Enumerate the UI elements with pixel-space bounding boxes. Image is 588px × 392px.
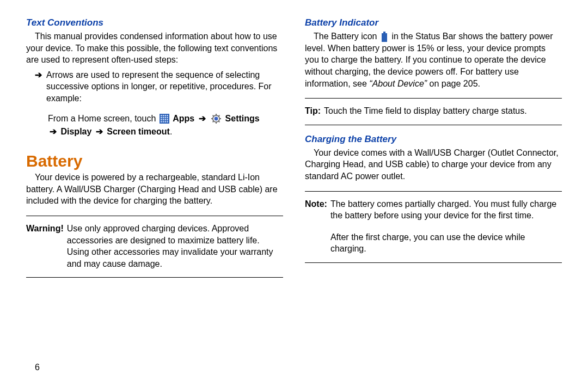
svg-rect-13 xyxy=(161,121,162,122)
arrow-3: ➔ xyxy=(96,127,103,136)
svg-rect-16 xyxy=(167,121,168,122)
screen-timeout-label: Screen timeout xyxy=(107,127,170,136)
svg-rect-2 xyxy=(163,115,164,116)
left-column: Text Conventions This manual provides co… xyxy=(26,17,283,381)
apps-label: Apps xyxy=(173,114,194,123)
heading-battery-indicator: Battery Indicator xyxy=(305,17,562,28)
bullet-arrows: ➔ Arrows are used to represent the seque… xyxy=(35,69,283,105)
note-block: Note: The battery comes partially charge… xyxy=(305,198,562,222)
about-device-link: “About Device” xyxy=(369,79,427,88)
heading-text-conventions: Text Conventions xyxy=(26,17,283,28)
settings-label: Settings xyxy=(225,114,260,123)
svg-rect-5 xyxy=(161,117,162,118)
tip-block: Tip: Touch the Time field to display bat… xyxy=(305,105,562,117)
divider-1 xyxy=(26,216,283,216)
on-page: on page 205. xyxy=(430,79,480,88)
svg-rect-14 xyxy=(163,121,164,122)
divider-5 xyxy=(305,191,562,192)
text-conventions-para: This manual provides condensed informati… xyxy=(26,30,283,66)
heading-charging: Charging the Battery xyxy=(305,134,562,145)
divider-4 xyxy=(305,125,562,125)
heading-battery: Battery xyxy=(26,152,283,170)
svg-rect-23 xyxy=(383,32,385,33)
divider-2 xyxy=(26,277,283,278)
tip-text: Touch the Time field to display battery … xyxy=(324,105,562,117)
warning-text: Use only approved charging devices. Appr… xyxy=(67,223,283,270)
battery-icon xyxy=(381,32,388,42)
note-label: Note: xyxy=(305,198,327,222)
page-number: 6 xyxy=(35,363,40,372)
svg-rect-4 xyxy=(167,115,168,116)
after-charge-text: After the first charge, you can use the … xyxy=(330,231,562,255)
warning-block: Warning! Use only approved charging devi… xyxy=(26,223,283,270)
note-text: The battery comes partially charged. You… xyxy=(330,198,562,222)
bullet-text: Arrows are used to represent the sequenc… xyxy=(46,69,283,105)
svg-rect-12 xyxy=(167,119,168,120)
settings-gear-icon xyxy=(211,113,222,124)
after-charge-block: Note: After the first charge, you can us… xyxy=(305,231,562,255)
display-label: Display xyxy=(60,127,91,136)
svg-point-22 xyxy=(215,117,218,121)
svg-rect-3 xyxy=(164,115,166,116)
svg-rect-9 xyxy=(161,119,162,120)
bullet-arrow-icon: ➔ xyxy=(35,69,42,105)
example-prefix: From a Home screen, touch xyxy=(48,114,156,123)
svg-rect-1 xyxy=(161,115,162,116)
svg-rect-15 xyxy=(164,121,166,122)
apps-grid-icon xyxy=(160,114,169,124)
battery-para: Your device is powered by a rechargeable… xyxy=(26,171,283,207)
example-sequence: From a Home screen, touch Apps ➔ xyxy=(48,112,283,139)
arrow-1: ➔ xyxy=(199,114,206,123)
arrow-2: ➔ xyxy=(50,127,57,136)
manual-page: Text Conventions This manual provides co… xyxy=(0,0,588,392)
divider-6 xyxy=(305,262,562,263)
battery-indicator-para: The Battery icon in the Status Bar shows… xyxy=(305,30,562,89)
svg-rect-7 xyxy=(164,117,166,118)
charging-para: Your device comes with a Wall/USB Charge… xyxy=(305,147,562,182)
warning-label: Warning! xyxy=(26,223,64,270)
bi-before: The Battery icon xyxy=(314,32,377,41)
svg-rect-6 xyxy=(163,117,164,118)
svg-rect-24 xyxy=(382,33,387,42)
right-column: Battery Indicator The Battery icon in th… xyxy=(305,17,562,381)
svg-rect-8 xyxy=(167,117,168,118)
svg-rect-11 xyxy=(164,119,166,120)
svg-rect-10 xyxy=(163,119,164,120)
period: . xyxy=(170,127,172,136)
tip-label: Tip: xyxy=(305,105,321,117)
divider-3 xyxy=(305,98,562,99)
